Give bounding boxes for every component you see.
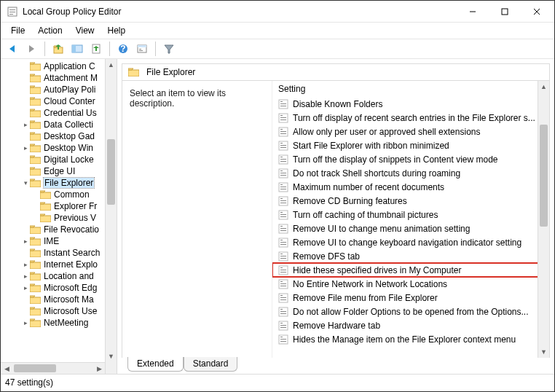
tree-item[interactable]: Edge UI <box>1 165 117 177</box>
show-tree-button[interactable] <box>68 40 86 58</box>
svg-rect-20 <box>138 45 146 47</box>
tree-item[interactable]: AutoPlay Poli <box>1 84 117 95</box>
svg-rect-22 <box>139 50 143 51</box>
tab-extended[interactable]: Extended <box>127 357 184 372</box>
maximize-button[interactable] <box>489 1 521 22</box>
svg-rect-60 <box>30 274 41 281</box>
setting-item[interactable]: No Entire Network in Network Locations <box>272 277 549 291</box>
policy-icon <box>278 265 288 275</box>
setting-item[interactable]: Disable Known Folders <box>272 97 549 111</box>
policy-icon <box>278 196 288 206</box>
up-button[interactable] <box>50 40 67 58</box>
export-button[interactable] <box>87 40 105 58</box>
setting-item[interactable]: Remove CD Burning features <box>272 194 549 208</box>
tree-expander-icon[interactable]: ▸ <box>21 273 30 280</box>
tree-item[interactable]: Previous V <box>1 212 117 224</box>
svg-rect-106 <box>280 214 286 215</box>
menu-view[interactable]: View <box>70 24 101 37</box>
tree-item-label: Edge UI <box>44 166 75 176</box>
tree-item-label: Explorer Fr <box>54 201 97 211</box>
tree-item[interactable]: Instant Search <box>1 247 117 259</box>
menu-action[interactable]: Action <box>32 24 68 37</box>
tree-item-label: AutoPlay Poli <box>44 85 95 95</box>
tree-item[interactable]: Microsoft Ma <box>1 294 117 305</box>
tree-item[interactable]: ▸Microsoft Edg <box>1 282 117 294</box>
tree-item[interactable]: ▸Internet Explo <box>1 259 117 270</box>
tree-item[interactable]: ▸Desktop Win <box>1 142 117 154</box>
svg-rect-36 <box>30 134 41 141</box>
setting-item[interactable]: Do not track Shell shortcuts during roam… <box>272 166 549 180</box>
tree-item[interactable]: ▸Data Collecti <box>1 119 117 130</box>
help-button[interactable]: ? <box>114 40 132 58</box>
back-button[interactable] <box>4 40 21 58</box>
minimize-button[interactable] <box>457 1 489 22</box>
setting-item[interactable]: Turn off caching of thumbnail pictures <box>272 208 549 222</box>
tree-hscrollbar[interactable]: ◀ ▶ <box>1 362 105 374</box>
svg-rect-139 <box>280 327 286 328</box>
tree-item[interactable]: Credential Us <box>1 107 117 119</box>
tree-vscrollbar[interactable]: ▲ ▼ <box>105 59 117 374</box>
tree-expander-icon[interactable]: ▸ <box>21 261 30 268</box>
tree-item[interactable]: Attachment M <box>1 72 117 84</box>
svg-marker-51 <box>40 214 45 216</box>
tree-expander-icon[interactable]: ▸ <box>21 319 30 326</box>
tree-expander-icon[interactable]: ▸ <box>21 238 30 245</box>
toolbar: ? <box>1 39 554 59</box>
setting-label: Remove UI to change menu animation setti… <box>293 224 470 234</box>
tree-item[interactable]: Explorer Fr <box>1 200 117 212</box>
properties-button[interactable] <box>133 40 151 58</box>
setting-item[interactable]: Remove DFS tab <box>272 249 549 263</box>
column-header-setting[interactable]: Setting <box>272 81 549 97</box>
policy-icon <box>278 154 288 165</box>
svg-marker-49 <box>40 203 45 204</box>
setting-item[interactable]: Hide these specified drives in My Comput… <box>272 263 549 277</box>
policy-icon <box>278 141 288 151</box>
forward-button[interactable] <box>23 40 40 58</box>
tree-pane[interactable]: Application CAttachment MAutoPlay PoliCl… <box>1 59 117 374</box>
setting-item[interactable]: Remove File menu from File Explorer <box>272 291 549 305</box>
svg-marker-63 <box>30 284 35 286</box>
tree-item[interactable]: Desktop Gad <box>1 130 117 142</box>
tree-item[interactable]: File Revocatio <box>1 224 117 235</box>
setting-item[interactable]: Hides the Manage item on the File Explor… <box>272 332 549 346</box>
svg-marker-23 <box>165 45 173 53</box>
tree-item[interactable]: Cloud Conter <box>1 95 117 107</box>
menu-help[interactable]: Help <box>102 24 132 37</box>
tree-item[interactable]: ▸Location and <box>1 270 117 282</box>
menu-file[interactable]: File <box>5 24 31 37</box>
tree-item[interactable]: Microsoft Use <box>1 305 117 317</box>
svg-rect-122 <box>280 270 286 270</box>
setting-item[interactable]: Allow only per user or approved shell ex… <box>272 125 549 138</box>
setting-item[interactable]: Turn off the display of snippets in Cont… <box>272 152 549 166</box>
setting-label: Allow only per user or approved shell ex… <box>293 127 480 137</box>
setting-item[interactable]: Remove Hardware tab <box>272 318 549 332</box>
setting-item[interactable]: Start File Explorer with ribbon minimize… <box>272 138 549 152</box>
tree-item[interactable]: ▾File Explorer <box>1 177 117 189</box>
tree-item[interactable]: Digital Locke <box>1 154 117 165</box>
tree-expander-icon[interactable]: ▸ <box>21 121 30 128</box>
svg-rect-105 <box>280 212 283 213</box>
setting-item[interactable]: Do not allow Folder Options to be opened… <box>272 305 549 318</box>
tab-standard[interactable]: Standard <box>184 357 238 372</box>
setting-label: Turn off display of recent search entrie… <box>293 113 535 123</box>
svg-rect-14 <box>72 45 76 52</box>
setting-label: Hide these specified drives in My Comput… <box>293 265 461 275</box>
close-button[interactable] <box>521 1 553 22</box>
setting-item[interactable]: Turn off display of recent search entrie… <box>272 111 549 125</box>
tree-item[interactable]: Application C <box>1 60 117 72</box>
tree-expander-icon[interactable]: ▸ <box>21 284 30 291</box>
setting-list[interactable]: Disable Known FoldersTurn off display of… <box>272 97 549 358</box>
tree-expander-icon[interactable]: ▸ <box>21 144 30 152</box>
setting-item[interactable]: Remove UI to change menu animation setti… <box>272 222 549 235</box>
tree-expander-icon[interactable]: ▾ <box>21 179 30 187</box>
folder-icon <box>30 295 41 304</box>
tree-item[interactable]: Common <box>1 189 117 200</box>
tree-item[interactable]: ▸NetMeeting <box>1 317 117 329</box>
setting-item[interactable]: Maximum number of recent documents <box>272 180 549 194</box>
filter-button[interactable] <box>160 40 178 58</box>
setting-item[interactable]: Remove UI to change keyboard navigation … <box>272 235 549 249</box>
policy-icon <box>278 210 288 220</box>
settings-vscrollbar[interactable]: ▲ ▼ <box>538 81 549 358</box>
svg-rect-98 <box>280 187 286 187</box>
tree-item[interactable]: ▸IME <box>1 235 117 247</box>
